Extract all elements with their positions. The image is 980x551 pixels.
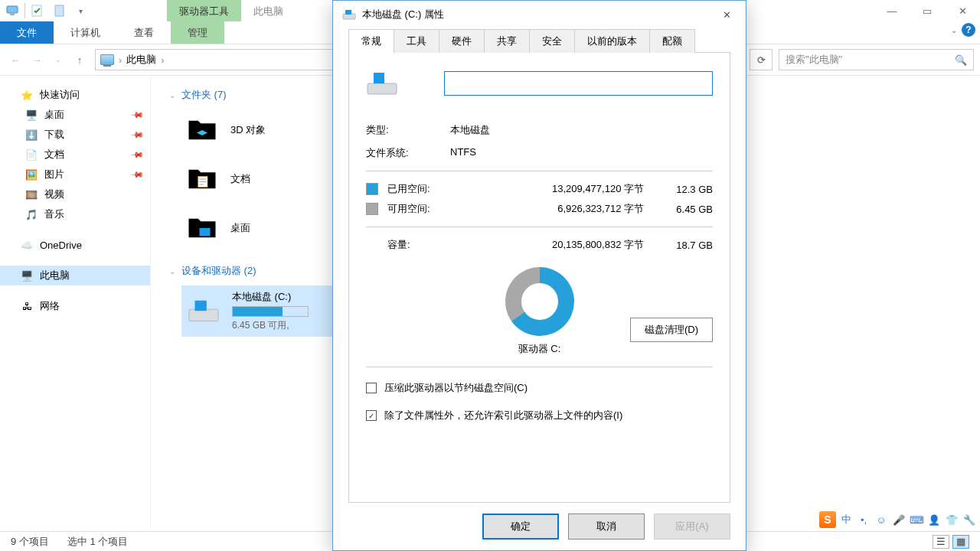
free-human: 6.45 GB [644, 204, 713, 215]
ime-lang[interactable]: 中 [838, 512, 854, 527]
capacity-label: 容量: [387, 238, 455, 252]
svg-rect-5 [200, 228, 211, 236]
disk-cleanup-button[interactable]: 磁盘清理(D) [630, 318, 713, 342]
pin-icon: 📌 [129, 107, 144, 122]
status-item-count: 9 个项目 [11, 535, 49, 549]
ime-logo-icon[interactable]: S [819, 511, 836, 528]
svg-rect-0 [7, 6, 18, 13]
ime-keyboard-icon[interactable]: ⌨ [909, 512, 924, 527]
context-tab-drive-tools[interactable]: 驱动器工具 [167, 0, 241, 21]
capacity-bytes: 20,135,800,832 字节 [455, 238, 644, 252]
nav-history-icon[interactable]: ⌄ [49, 51, 67, 69]
ime-settings-icon[interactable]: 🔧 [962, 512, 977, 527]
ime-mic-icon[interactable]: 🎤 [891, 512, 906, 527]
svg-rect-8 [343, 14, 355, 19]
videos-icon: 🎞️ [24, 187, 38, 201]
folder-icon [185, 210, 220, 246]
group-header-label: 文件夹 (7) [181, 88, 227, 102]
sidebar-item-label: 快速访问 [40, 88, 80, 102]
used-bytes: 13,209,477,120 字节 [455, 182, 644, 196]
sidebar-item-desktop[interactable]: 🖥️桌面📌 [0, 105, 150, 125]
apply-button[interactable]: 应用(A) [654, 514, 730, 540]
ime-punct-icon[interactable]: •, [856, 512, 871, 527]
chevron-down-icon: ⌄ [169, 267, 175, 276]
free-swatch [366, 203, 378, 215]
computer-icon[interactable] [3, 0, 21, 21]
tab-security[interactable]: 安全 [529, 29, 575, 53]
ribbon-tab-computer[interactable]: 计算机 [54, 21, 117, 44]
properties-check-icon[interactable] [28, 0, 47, 21]
sidebar-item-label: 视频 [44, 187, 64, 201]
ime-skin-icon[interactable]: 👕 [944, 512, 959, 527]
used-human: 12.3 GB [644, 184, 713, 195]
sidebar-this-pc[interactable]: 🖥️此电脑 [0, 266, 150, 285]
dialog-close-button[interactable]: ✕ [710, 3, 743, 26]
type-value: 本地磁盘 [450, 123, 490, 137]
close-button[interactable]: ✕ [945, 0, 980, 21]
pictures-icon: 🖼️ [24, 168, 38, 181]
sidebar: ⭐ 快速访问 🖥️桌面📌 ⬇️下载📌 📄文档📌 🖼️图片📌 🎞️视频 🎵音乐 ☁… [0, 76, 151, 527]
ribbon-tab-manage[interactable]: 管理 [171, 21, 224, 44]
drive-icon [366, 71, 398, 96]
sidebar-quick-access[interactable]: ⭐ 快速访问 [0, 85, 150, 105]
sidebar-item-videos[interactable]: 🎞️视频 [0, 184, 150, 204]
tab-panel-general: 类型:本地磁盘 文件系统:NTFS 已用空间: 13,209,477,120 字… [348, 52, 730, 503]
view-tiles-button[interactable]: ▦ [952, 535, 969, 549]
nav-up-icon[interactable]: ↑ [70, 51, 89, 69]
compress-checkbox[interactable] [366, 383, 377, 393]
tab-previous-versions[interactable]: 以前的版本 [574, 29, 650, 53]
nav-forward-icon[interactable]: → [28, 51, 46, 69]
drive-name-field[interactable] [444, 71, 713, 96]
sidebar-item-label: 文档 [44, 148, 64, 161]
pin-icon: 📌 [129, 127, 144, 142]
ribbon-tab-file[interactable]: 文件 [0, 21, 54, 44]
minimize-button[interactable]: — [874, 0, 910, 21]
sidebar-item-pictures[interactable]: 🖼️图片📌 [0, 165, 150, 184]
chevron-right-icon: › [119, 54, 122, 66]
tab-tools[interactable]: 工具 [394, 29, 439, 53]
svg-rect-7 [194, 300, 206, 310]
tab-quota[interactable]: 配额 [649, 29, 695, 53]
sidebar-item-downloads[interactable]: ⬇️下载📌 [0, 125, 150, 145]
tab-general[interactable]: 常规 [348, 29, 394, 53]
capacity-human: 18.7 GB [644, 240, 713, 251]
sidebar-item-label: OneDrive [40, 240, 82, 251]
ribbon-collapse-icon[interactable]: ⌄ [951, 26, 957, 34]
ribbon-tab-view[interactable]: 查看 [117, 21, 171, 44]
sidebar-item-label: 音乐 [44, 207, 64, 221]
folder-label: 桌面 [230, 221, 250, 235]
help-icon[interactable]: ? [962, 23, 975, 37]
svg-rect-1 [10, 14, 15, 15]
tab-hardware[interactable]: 硬件 [439, 29, 485, 53]
nav-back-icon[interactable]: ← [6, 51, 24, 69]
drive-icon [186, 296, 221, 327]
search-icon[interactable]: 🔍 [955, 54, 967, 66]
sidebar-onedrive[interactable]: ☁️OneDrive [0, 235, 150, 255]
pin-icon: 📌 [129, 167, 144, 181]
refresh-button[interactable]: ⟳ [750, 49, 773, 70]
svg-rect-10 [368, 83, 397, 94]
type-label: 类型: [366, 123, 450, 137]
sidebar-network[interactable]: 🖧网络 [0, 296, 150, 316]
breadcrumb-this-pc[interactable]: 此电脑 [126, 53, 156, 67]
index-checkbox[interactable]: ✓ [366, 410, 377, 421]
drive-caption: 驱动器 C: [518, 342, 561, 356]
ok-button[interactable]: 确定 [482, 514, 559, 540]
folder-icon[interactable] [50, 0, 68, 21]
search-input[interactable]: 搜索"此电脑" 🔍 [779, 49, 974, 70]
status-selected: 选中 1 个项目 [67, 535, 128, 549]
sidebar-item-label: 网络 [40, 299, 60, 313]
sidebar-item-documents[interactable]: 📄文档📌 [0, 145, 150, 165]
sidebar-item-label: 图片 [44, 168, 64, 181]
sidebar-item-music[interactable]: 🎵音乐 [0, 204, 150, 224]
tab-sharing[interactable]: 共享 [484, 29, 530, 53]
chevron-right-icon: › [161, 54, 164, 66]
ime-user-icon[interactable]: 👤 [926, 512, 942, 527]
view-details-button[interactable]: ☰ [933, 535, 949, 549]
qat-dropdown-icon[interactable]: ▾ [71, 0, 90, 21]
folder-label: 3D 对象 [230, 123, 266, 137]
group-header-label: 设备和驱动器 (2) [181, 264, 256, 278]
maximize-button[interactable]: ▭ [910, 0, 945, 21]
ime-emoji-icon[interactable]: ☺ [874, 512, 889, 527]
cancel-button[interactable]: 取消 [568, 514, 645, 540]
